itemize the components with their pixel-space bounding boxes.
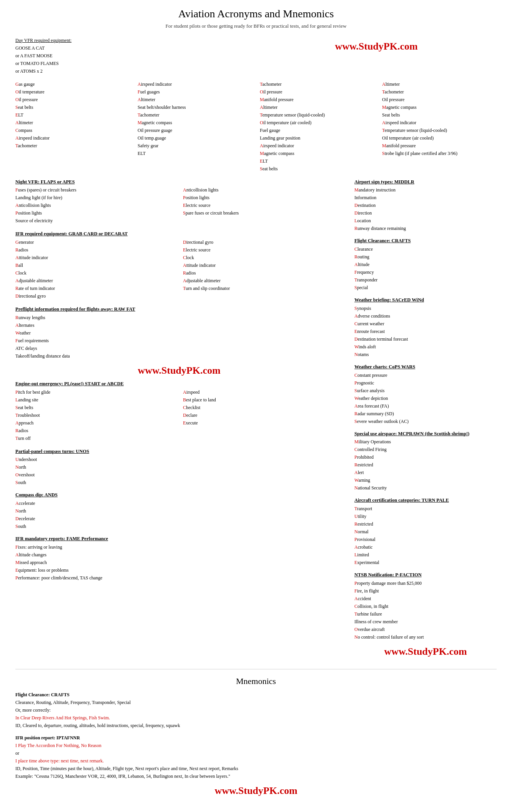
eq-c2-i8: Safety gear [138, 142, 252, 149]
engine-out-col2: Airspeed Best place to land Checklist De… [183, 389, 343, 443]
eq-c4-i7: Oil temperature (air cooled) [382, 135, 497, 141]
engine-out-block: Engine-out emergency: PL(ease!) START or… [15, 380, 343, 443]
mnemonics-crafts: Flight Clearance: CRAFTS Clearance, Rout… [15, 691, 497, 729]
day-vfr-section: Day VFR required equipment: GOOSE A CAT … [15, 37, 256, 75]
eq-c3-i0: Tachometer [260, 81, 374, 88]
flight-clearance-title: Flight Clearance: CRAFTS [354, 237, 497, 245]
eq-c3-i10: ELT [260, 158, 374, 165]
studypk-footer: www.StudyPK.com [15, 785, 497, 797]
eq-c2-i5: Magnetic compass [138, 119, 252, 126]
weather-briefing-title: Weather briefing: SACrED WiNd [354, 296, 497, 304]
flight-clearance-block: Flight Clearance: CRAFTS Clearance Routi… [354, 237, 497, 291]
ifr-required-title: IFR required equipment: GRAB CARD or DEC… [15, 230, 343, 238]
eq-c2-i4: Tachometer [138, 111, 252, 118]
eq-col-1: Gas gauge Oil temperature Oil pressure S… [15, 81, 130, 173]
eq-c3-i8: Airspeed indicator [260, 142, 374, 149]
eq-c1-i1: Oil temperature [15, 88, 130, 95]
night-vfr-col2: Anticollision lights Position lights Ele… [183, 186, 343, 225]
weather-charts-title: Weather charts: CoPS WARS [354, 363, 497, 371]
eq-c1-i4: ELT [15, 111, 130, 118]
ifr-required-block: IFR required equipment: GRAB CARD or DEC… [15, 230, 343, 300]
night-vfr-block: Night VFR: FLAPS or APES Fuses (spares) … [15, 178, 343, 225]
eq-c2-i7: Oil temp.guage [138, 135, 252, 141]
studypk-header: www.StudyPK.com [256, 37, 497, 75]
mnemonics-title: Mnemonics [15, 675, 497, 687]
eq-c1-i8: Tachometer [15, 142, 130, 149]
eq-c4-i6: Temperature sensor (liquid-cooled) [382, 127, 497, 134]
special-use-title: Special use airspace: MCPRAWN (the Scott… [354, 430, 497, 438]
day-vfr-line2: or A FAST MOOSE [15, 52, 256, 59]
eq-c2-i3: Seat belt/shoulder harness [138, 104, 252, 111]
preflight-title: Preflight information required for fligh… [15, 306, 343, 313]
engine-out-col1: Pitch for best glide Landing site Seat b… [15, 389, 175, 443]
eq-c2-i6: Oil pressure guage [138, 127, 252, 134]
page-title: Aviation Acronyms and Mnemonics [15, 8, 497, 20]
subtitle: For student pilots or those getting read… [15, 22, 497, 30]
eq-c2-i9: ELT [138, 150, 252, 157]
mnemonics-section: Mnemonics Flight Clearance: CRAFTS Clear… [15, 669, 497, 797]
ifr-mandatory-title: IFR mandatory reports: FAME Performance [15, 535, 343, 542]
night-vfr-col1: Fuses (spares) or circuit breakers Landi… [15, 186, 175, 225]
ifr-req-col1: Generator Radios Attitude indicator Ball… [15, 239, 175, 300]
weather-charts-block: Weather charts: CoPS WARS Constant press… [354, 363, 497, 425]
eq-c3-i11: Seat belts [260, 165, 374, 172]
day-vfr-title: Day VFR required equipment: [15, 38, 71, 43]
eq-c3-i9: Magnetic compass [260, 150, 374, 157]
eq-c3-i5: Oil temperature (air cooled) [260, 119, 374, 126]
eq-c4-i3: Magnetic compass [382, 104, 497, 111]
eq-c2-i0: Airspeed indicator [138, 81, 252, 88]
airport-signs-title: Airport sign types: MIDDLR [354, 178, 497, 186]
eq-col-4: Altimeter Tachometer Oil pressure Magnet… [382, 81, 497, 173]
eq-c1-i0: Gas gauge [15, 81, 130, 88]
studypk-logo: www.StudyPK.com [335, 41, 417, 52]
engine-out-title: Engine-out emergency: PL(ease!) START or… [15, 380, 343, 388]
eq-c3-i4: Temperature sensor (liquid-cooled) [260, 111, 374, 118]
eq-c1-i3: Seat belts [15, 104, 130, 111]
eq-c1-i7: Airspeed indicator [15, 135, 130, 141]
studypk-middle: www.StudyPK.com [15, 365, 343, 376]
day-vfr-line4: or ATOMS x 2 [15, 68, 256, 75]
night-vfr-title: Night VFR: FLAPS or APES [15, 178, 343, 186]
mnemonics-ifr: IFR position report: IPTAFNNR I Play The… [15, 734, 497, 780]
aircraft-cert-title: Aircraft certification categories: TURN … [354, 497, 497, 504]
eq-c4-i5: Airspeed indicator [382, 119, 497, 126]
eq-c4-i2: Oil pressure [382, 96, 497, 103]
eq-col-2: Airspeed indicator Fuel guages Altimeter… [138, 81, 252, 173]
right-column: Airport sign types: MIDDLR Mandatory ins… [351, 178, 497, 661]
airport-signs-block: Airport sign types: MIDDLR Mandatory ins… [354, 178, 497, 232]
eq-c4-i4: Seat belts [382, 111, 497, 118]
eq-c1-i5: Altimeter [15, 119, 130, 126]
eq-c1-i6: Compass [15, 127, 130, 134]
compass-dip-block: Compass dip: ANDS Accelerate North Decel… [15, 491, 343, 530]
studypk-right: www.StudyPK.com [354, 646, 497, 657]
day-vfr-line1: GOOSE A CAT [15, 45, 256, 52]
eq-c4-i0: Altimeter [382, 81, 497, 88]
equipment-grid: Gas gauge Oil temperature Oil pressure S… [15, 81, 497, 173]
eq-col-3: Tachometer Oil pressure Manifold pressur… [260, 81, 374, 173]
eq-c4-i9: Strobe light (if plane certified after 3… [382, 150, 497, 157]
compass-dip-title: Compass dip: ANDS [15, 491, 343, 499]
eq-c4-i8: Manifold pressure [382, 142, 497, 149]
left-column: Night VFR: FLAPS or APES Fuses (spares) … [15, 178, 351, 661]
eq-c4-i1: Tachometer [382, 88, 497, 95]
ntsb-block: NTSB Notification: P-FACTION Property da… [354, 571, 497, 641]
ntsb-title: NTSB Notification: P-FACTION [354, 571, 497, 579]
eq-c3-i2: Manifold pressure [260, 96, 374, 103]
preflight-block: Preflight information required for fligh… [15, 306, 343, 359]
ifr-mandatory-block: IFR mandatory reports: FAME Performance … [15, 535, 343, 581]
ifr-req-col2: Directional gyro Electric source Clock A… [183, 239, 343, 300]
special-use-block: Special use airspace: MCPRAWN (the Scott… [354, 430, 497, 492]
aircraft-cert-block: Aircraft certification categories: TURN … [354, 497, 497, 566]
eq-c2-i1: Fuel guages [138, 88, 252, 95]
eq-c1-i2: Oil pressure [15, 96, 130, 103]
eq-c3-i6: Fuel gauge [260, 127, 374, 134]
compass-turns-block: Partial-panel compass turns: UNOS Unders… [15, 448, 343, 486]
day-vfr-line3: or TOMATO FLAMES [15, 60, 256, 67]
weather-briefing-block: Weather briefing: SACrED WiNd Synopsis A… [354, 296, 497, 358]
eq-c2-i2: Altimeter [138, 96, 252, 103]
eq-c3-i1: Oil pressure [260, 88, 374, 95]
compass-turns-title: Partial-panel compass turns: UNOS [15, 448, 343, 455]
eq-c3-i3: Altimeter [260, 104, 374, 111]
eq-c3-i7: Landing gear position [260, 135, 374, 141]
